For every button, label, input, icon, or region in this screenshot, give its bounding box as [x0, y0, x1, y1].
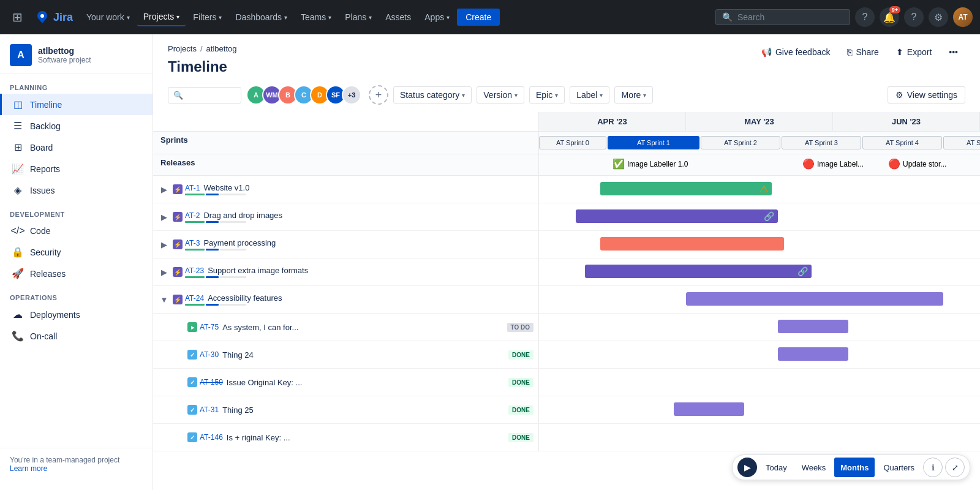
weeks-button[interactable]: Weeks	[796, 458, 832, 477]
sidebar-item-reports[interactable]: 📈 Reports	[0, 158, 153, 179]
sidebar-item-releases[interactable]: 🚀 Releases	[0, 263, 153, 284]
help-button[interactable]: ?	[904, 7, 924, 27]
give-feedback-button[interactable]: 📢 Give feedback	[754, 44, 838, 60]
operations-section-label: OPERATIONS	[0, 284, 153, 304]
notifications-button[interactable]: 🔔9+	[880, 7, 899, 27]
breadcrumb-project[interactable]: atlbettog	[206, 44, 237, 53]
more-filter[interactable]: More ▾	[614, 86, 653, 104]
months-button[interactable]: Months	[834, 458, 875, 477]
search-box[interactable]: 🔍	[715, 9, 850, 25]
more-options-button[interactable]: •••	[941, 44, 965, 60]
avatar-more[interactable]: +3	[342, 85, 361, 105]
version-filter[interactable]: Version ▾	[477, 86, 524, 104]
export-button[interactable]: ⬆ Export	[889, 44, 939, 60]
jira-logo[interactable]: Jira	[30, 10, 78, 24]
nav-teams[interactable]: Teams▾	[295, 9, 337, 26]
sidebar-item-oncall[interactable]: 📞 On-call	[0, 325, 153, 347]
gantt-bar[interactable]	[600, 237, 784, 251]
sidebar-item-timeline[interactable]: ◫ Timeline	[0, 94, 153, 115]
nav-dashboards[interactable]: Dashboards▾	[229, 9, 293, 26]
sidebar-item-deployments[interactable]: ☁ Deployments	[0, 304, 153, 325]
expand-icon[interactable]: ▶	[158, 185, 170, 194]
learn-more-link[interactable]: Learn more	[10, 464, 47, 473]
gantt-bar[interactable]	[686, 292, 943, 306]
label-filter[interactable]: Label ▾	[570, 86, 609, 104]
release-1[interactable]: ✅ Image Labeller 1.0	[612, 158, 688, 170]
timeline-bottom-controls: ▶ Today Weeks Months Quarters ℹ ⤢	[732, 454, 970, 480]
issue-key[interactable]: AT-1	[185, 184, 200, 192]
settings-button[interactable]: ⚙	[929, 7, 948, 27]
info-button[interactable]: ℹ	[923, 458, 943, 477]
issue-key[interactable]: AT-2	[185, 211, 200, 220]
search-input[interactable]	[737, 12, 835, 22]
sprint-4[interactable]: AT Sprint 4	[862, 136, 942, 149]
toolbar-search[interactable]: 🔍	[168, 87, 241, 104]
sprint-2[interactable]: AT Sprint 2	[701, 136, 780, 149]
epic-filter[interactable]: Epic ▾	[529, 86, 565, 104]
sidebar-item-label: Board	[30, 143, 53, 153]
release-3[interactable]: 🔴 Update stor...	[888, 158, 946, 170]
gantt-cell: ⚠	[539, 176, 980, 203]
issue-name: Is + riginal Key: ...	[227, 433, 505, 442]
sprint-1[interactable]: AT Sprint 1	[608, 136, 699, 149]
link-icon: 🔗	[764, 211, 774, 221]
sprint-5[interactable]: AT Sprint 5	[943, 136, 980, 149]
expand-icon[interactable]: ▼	[158, 295, 170, 304]
sidebar-item-security[interactable]: 🔒 Security	[0, 241, 153, 263]
sprint-0[interactable]: AT Sprint 0	[539, 136, 606, 149]
issue-key[interactable]: AT-75	[200, 323, 219, 331]
sidebar-item-code[interactable]: </> Code	[0, 221, 153, 241]
release-2[interactable]: 🔴 Image Label...	[802, 158, 864, 170]
user-avatar[interactable]: AT	[953, 7, 973, 27]
gantt-bar[interactable]: ⚠	[600, 182, 772, 195]
issue-key[interactable]: AT-146	[200, 433, 223, 442]
sidebar-item-issues[interactable]: ◈ Issues	[0, 179, 153, 201]
main-content: Projects / atlbettog Timeline 📢 Give fee…	[153, 34, 980, 490]
gantt-bar[interactable]	[778, 320, 848, 333]
nav-filters[interactable]: Filters▾	[187, 9, 228, 26]
issue-key[interactable]: AT-30	[200, 350, 219, 359]
fullscreen-button[interactable]: ⤢	[945, 458, 965, 477]
timeline-container[interactable]: APR '23 MAY '23 JUN '23 Sprints AT Sprin…	[153, 112, 980, 490]
timeline-prev-button[interactable]: ▶	[737, 458, 757, 477]
quarters-button[interactable]: Quarters	[877, 458, 921, 477]
gantt-bar[interactable]: 🔗	[585, 265, 812, 278]
issue-key[interactable]: AT-150	[200, 378, 223, 386]
sidebar-item-backlog[interactable]: ☰ Backlog	[0, 115, 153, 137]
help-circle-button[interactable]: ?	[855, 7, 875, 27]
issue-key[interactable]: AT-24	[185, 294, 204, 303]
issue-key[interactable]: AT-31	[200, 405, 219, 414]
nav-apps[interactable]: Apps▾	[418, 9, 456, 26]
sidebar-item-board[interactable]: ⊞ Board	[0, 137, 153, 158]
gantt-bar[interactable]: 🔗	[576, 209, 778, 223]
toolbar-right: ⚙ View settings	[888, 86, 965, 104]
view-settings-button[interactable]: ⚙ View settings	[888, 86, 965, 104]
nav-assets[interactable]: Assets	[379, 9, 417, 26]
expand-icon[interactable]: ▶	[158, 268, 170, 277]
search-icon: 🔍	[722, 12, 733, 22]
table-row: ▼ ⚡ AT-24 Accessibility features	[153, 286, 980, 314]
nav-plans[interactable]: Plans▾	[339, 9, 378, 26]
today-button[interactable]: Today	[760, 458, 793, 477]
chevron-down-icon: ▾	[555, 92, 558, 99]
issue-key[interactable]: AT-23	[185, 266, 204, 275]
breadcrumb-projects[interactable]: Projects	[168, 44, 197, 53]
project-header[interactable]: A atlbettog Software project	[0, 34, 153, 74]
month-jun: JUN '23	[833, 112, 980, 131]
expand-icon[interactable]: ▶	[158, 213, 170, 222]
nav-projects[interactable]: Projects▾	[137, 8, 186, 26]
expand-icon[interactable]: ▶	[158, 240, 170, 249]
status-category-filter[interactable]: Status category ▾	[393, 86, 472, 104]
issue-key[interactable]: AT-3	[185, 239, 200, 247]
gantt-bar[interactable]	[778, 347, 848, 361]
header-actions: 📢 Give feedback ⎘ Share ⬆ Export •••	[754, 44, 965, 60]
create-button[interactable]: Create	[457, 9, 500, 26]
share-button[interactable]: ⎘ Share	[840, 44, 886, 60]
releases-icon: 🚀	[12, 268, 24, 279]
add-member-button[interactable]: +	[369, 85, 388, 105]
page-header: Projects / atlbettog Timeline 📢 Give fee…	[153, 34, 980, 80]
sprint-3[interactable]: AT Sprint 3	[782, 136, 861, 149]
grid-icon[interactable]: ⊞	[7, 5, 28, 29]
nav-your-work[interactable]: Your work▾	[80, 9, 136, 26]
gantt-bar[interactable]	[674, 402, 744, 416]
